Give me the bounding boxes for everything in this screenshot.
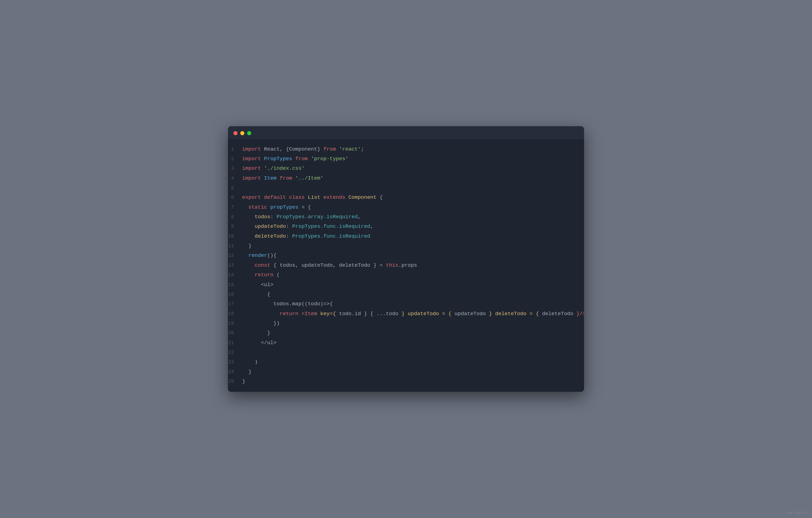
token: <ul> bbox=[242, 282, 273, 288]
line-number: 3 bbox=[228, 164, 242, 173]
token: Item bbox=[264, 175, 277, 181]
line-content: updateTodo: PropTypes.func.isRequired, bbox=[242, 222, 584, 231]
minimize-button[interactable] bbox=[240, 131, 244, 135]
line-content: } bbox=[242, 242, 584, 250]
line-number: 24 bbox=[228, 368, 242, 376]
token: .props bbox=[398, 262, 417, 268]
code-line: 25} bbox=[228, 377, 584, 386]
token: import bbox=[242, 146, 261, 152]
line-number: 21 bbox=[228, 339, 242, 347]
line-number: 8 bbox=[228, 213, 242, 221]
line-content: </ul> bbox=[242, 339, 584, 347]
token: }) bbox=[242, 320, 280, 326]
line-content: ) bbox=[242, 358, 584, 366]
line-number: 15 bbox=[228, 281, 242, 289]
code-line: 22 bbox=[228, 348, 584, 357]
token: './index.css' bbox=[264, 165, 304, 172]
token: (){ bbox=[267, 252, 277, 258]
line-number: 19 bbox=[228, 319, 242, 328]
token: Component bbox=[348, 194, 377, 201]
token: : bbox=[270, 214, 277, 220]
token: deleteTodo bbox=[539, 311, 573, 317]
token: } bbox=[242, 369, 252, 375]
line-number: 13 bbox=[228, 262, 242, 270]
token: { todos, updateTodo, deleteTodo } = bbox=[270, 262, 386, 268]
code-line: 14 return ( bbox=[228, 270, 584, 280]
token: from bbox=[320, 146, 339, 152]
code-line: 4import Item from '../Item' bbox=[228, 174, 584, 183]
line-content: import './index.css' bbox=[242, 164, 584, 173]
titlebar bbox=[228, 126, 584, 139]
token: {Component} bbox=[286, 146, 320, 152]
line-number: 4 bbox=[228, 174, 242, 183]
token: ...todo bbox=[373, 311, 398, 317]
token: import bbox=[242, 156, 261, 162]
token: propTypes bbox=[270, 204, 299, 210]
code-line: 2import PropTypes from 'prop-types' bbox=[228, 154, 584, 164]
token: export bbox=[242, 194, 261, 201]
token: : bbox=[286, 233, 292, 239]
code-line: 12 render(){ bbox=[228, 251, 584, 261]
token: 'prop-types' bbox=[311, 156, 348, 162]
code-line: 19 }) bbox=[228, 319, 584, 328]
code-line: 18 return <Item key={ todo.id } { ...tod… bbox=[228, 309, 584, 319]
token bbox=[304, 194, 308, 201]
code-line: 17 todos.map((todo)=>{ bbox=[228, 299, 584, 309]
token: from bbox=[277, 175, 295, 181]
watermark: JSON PRETTY bbox=[785, 512, 807, 515]
line-content: import PropTypes from 'prop-types' bbox=[242, 155, 584, 163]
line-content: const { todos, updateTodo, deleteTodo } … bbox=[242, 261, 584, 270]
token: deleteTodo bbox=[242, 233, 286, 239]
close-button[interactable] bbox=[233, 131, 237, 135]
line-content: import Item from '../Item' bbox=[242, 174, 584, 183]
token: updateTodo bbox=[452, 311, 486, 317]
code-line: 10 deleteTodo: PropTypes.func.isRequired bbox=[228, 232, 584, 241]
token bbox=[345, 194, 348, 201]
line-number: 23 bbox=[228, 358, 242, 366]
token: } updateTodo = { bbox=[398, 311, 452, 317]
code-line: 20 } bbox=[228, 328, 584, 338]
token: = { bbox=[298, 204, 311, 210]
maximize-button[interactable] bbox=[247, 131, 251, 135]
code-line: 11 } bbox=[228, 241, 584, 251]
code-area: 1import React, {Component} from 'react';… bbox=[228, 139, 584, 392]
line-number: 9 bbox=[228, 222, 242, 231]
line-number: 12 bbox=[228, 252, 242, 260]
line-content bbox=[242, 348, 584, 357]
token: PropTypes.array.isRequired bbox=[277, 214, 357, 220]
code-line: 24 } bbox=[228, 367, 584, 377]
token: ; bbox=[361, 146, 364, 152]
line-number: 20 bbox=[228, 329, 242, 337]
token: todos bbox=[242, 214, 270, 220]
token: , bbox=[370, 223, 373, 230]
token: } bbox=[242, 330, 270, 336]
line-content: static propTypes = { bbox=[242, 203, 584, 212]
line-number: 16 bbox=[228, 291, 242, 299]
token: return bbox=[242, 311, 298, 317]
line-number: 17 bbox=[228, 300, 242, 308]
token: </ul> bbox=[242, 340, 277, 346]
token: 'react' bbox=[339, 146, 361, 152]
token: todos.map((todo)=>{ bbox=[242, 301, 333, 307]
line-content: } bbox=[242, 329, 584, 337]
code-line: 3import './index.css' bbox=[228, 164, 584, 173]
token: PropTypes.func.isRequired bbox=[292, 223, 370, 230]
code-line: 5 bbox=[228, 183, 584, 193]
line-content: todos: PropTypes.array.isRequired, bbox=[242, 213, 584, 221]
line-number: 2 bbox=[228, 155, 242, 163]
token: return bbox=[242, 272, 273, 278]
code-line: 21 </ul> bbox=[228, 338, 584, 348]
line-content bbox=[242, 184, 584, 192]
code-line: 9 updateTodo: PropTypes.func.isRequired, bbox=[228, 222, 584, 231]
token: }/> bbox=[573, 311, 584, 317]
code-line: 15 <ul> bbox=[228, 280, 584, 290]
code-line: 1import React, {Component} from 'react'; bbox=[228, 145, 584, 154]
line-content: } bbox=[242, 368, 584, 376]
line-number: 6 bbox=[228, 193, 242, 202]
line-content: render(){ bbox=[242, 251, 584, 260]
code-line: 23 ) bbox=[228, 357, 584, 367]
code-line: 13 const { todos, updateTodo, deleteTodo… bbox=[228, 261, 584, 270]
token: { bbox=[376, 194, 383, 201]
code-line: 8 todos: PropTypes.array.isRequired, bbox=[228, 212, 584, 222]
token: '../Item' bbox=[295, 175, 323, 181]
